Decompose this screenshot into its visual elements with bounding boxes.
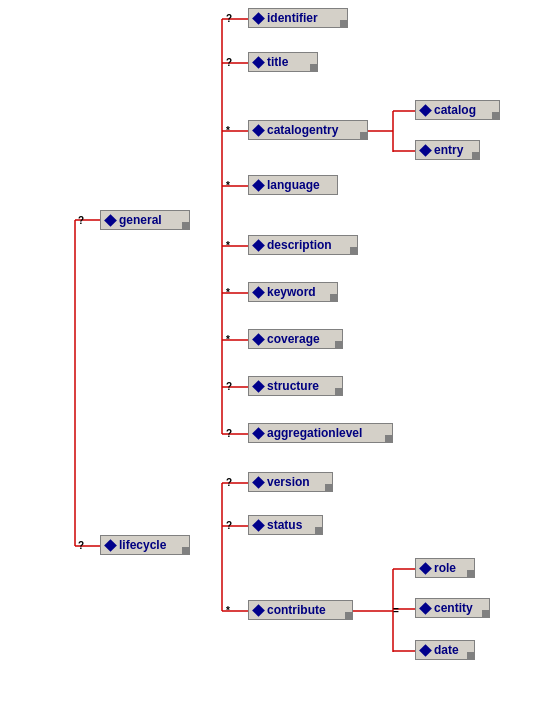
node-title[interactable]: title: [248, 52, 318, 72]
corner-indicator: [492, 112, 499, 119]
node-label: status: [267, 518, 302, 532]
node-label: language: [267, 178, 320, 192]
node-aggregationlevel[interactable]: aggregationlevel: [248, 423, 393, 443]
node-label: centity: [434, 601, 473, 615]
node-label: catalogentry: [267, 123, 338, 137]
diamond-icon: [252, 239, 265, 252]
node-label: aggregationlevel: [267, 426, 362, 440]
corner-indicator: [182, 547, 189, 554]
node-label: title: [267, 55, 288, 69]
node-general[interactable]: general: [100, 210, 190, 230]
diamond-icon: [104, 214, 117, 227]
corner-indicator: [340, 20, 347, 27]
corner-indicator: [385, 435, 392, 442]
node-lifecycle[interactable]: lifecycle: [100, 535, 190, 555]
diamond-icon: [104, 539, 117, 552]
multiplicity-lifecycle: ?: [78, 540, 84, 551]
multiplicity-keyword: *: [226, 287, 230, 298]
multiplicity-structure: ?: [226, 381, 232, 392]
diamond-icon: [252, 333, 265, 346]
corner-indicator: [467, 570, 474, 577]
diamond-icon: [419, 602, 432, 615]
node-identifier[interactable]: identifier: [248, 8, 348, 28]
node-label: date: [434, 643, 459, 657]
node-version[interactable]: version: [248, 472, 333, 492]
diamond-icon: [252, 476, 265, 489]
node-coverage[interactable]: coverage: [248, 329, 343, 349]
node-catalog[interactable]: catalog: [415, 100, 500, 120]
multiplicity-identifier: ?: [226, 13, 232, 24]
corner-indicator: [315, 527, 322, 534]
diamond-icon: [252, 604, 265, 617]
node-role[interactable]: role: [415, 558, 475, 578]
node-catalogentry[interactable]: catalogentry: [248, 120, 368, 140]
corner-indicator: [335, 341, 342, 348]
diamond-icon: [252, 519, 265, 532]
corner-indicator: [330, 294, 337, 301]
schema-diagram: identifier ? title ? catalogentry * cata…: [0, 0, 549, 702]
node-centity[interactable]: centity: [415, 598, 490, 618]
corner-indicator: [482, 610, 489, 617]
diamond-icon: [252, 380, 265, 393]
diamond-icon: [419, 144, 432, 157]
multiplicity-description: *: [226, 240, 230, 251]
multiplicity-general: ?: [78, 215, 84, 226]
node-contribute[interactable]: contribute: [248, 600, 353, 620]
multiplicity-catalogentry: *: [226, 125, 230, 136]
node-language[interactable]: language: [248, 175, 338, 195]
node-label: contribute: [267, 603, 326, 617]
corner-indicator: [467, 652, 474, 659]
corner-indicator: [472, 152, 479, 159]
diamond-icon: [252, 12, 265, 25]
node-label: coverage: [267, 332, 320, 346]
node-label: role: [434, 561, 456, 575]
node-entry[interactable]: entry: [415, 140, 480, 160]
node-status[interactable]: status: [248, 515, 323, 535]
corner-indicator: [182, 222, 189, 229]
diamond-icon: [252, 124, 265, 137]
multiplicity-coverage: *: [226, 334, 230, 345]
node-label: lifecycle: [119, 538, 166, 552]
node-label: catalog: [434, 103, 476, 117]
node-date[interactable]: date: [415, 640, 475, 660]
diamond-icon: [252, 56, 265, 69]
corner-indicator: [360, 132, 367, 139]
node-label: version: [267, 475, 310, 489]
multiplicity-aggregationlevel: ?: [226, 428, 232, 439]
multiplicity-status: ?: [226, 520, 232, 531]
node-label: entry: [434, 143, 463, 157]
multiplicity-language: *: [226, 180, 230, 191]
multiplicity-contribute-children: =: [393, 605, 399, 616]
diamond-icon: [252, 286, 265, 299]
diamond-icon: [252, 179, 265, 192]
corner-indicator: [335, 388, 342, 395]
corner-indicator: [350, 247, 357, 254]
node-description[interactable]: description: [248, 235, 358, 255]
corner-indicator: [310, 64, 317, 71]
multiplicity-title: ?: [226, 57, 232, 68]
diamond-icon: [419, 562, 432, 575]
node-structure[interactable]: structure: [248, 376, 343, 396]
diamond-icon: [419, 104, 432, 117]
corner-indicator: [345, 612, 352, 619]
multiplicity-version: ?: [226, 477, 232, 488]
node-keyword[interactable]: keyword: [248, 282, 338, 302]
corner-indicator: [325, 484, 332, 491]
node-label: description: [267, 238, 332, 252]
diamond-icon: [419, 644, 432, 657]
node-label: identifier: [267, 11, 318, 25]
multiplicity-contribute: *: [226, 605, 230, 616]
node-label: keyword: [267, 285, 316, 299]
node-label: general: [119, 213, 162, 227]
diamond-icon: [252, 427, 265, 440]
node-label: structure: [267, 379, 319, 393]
